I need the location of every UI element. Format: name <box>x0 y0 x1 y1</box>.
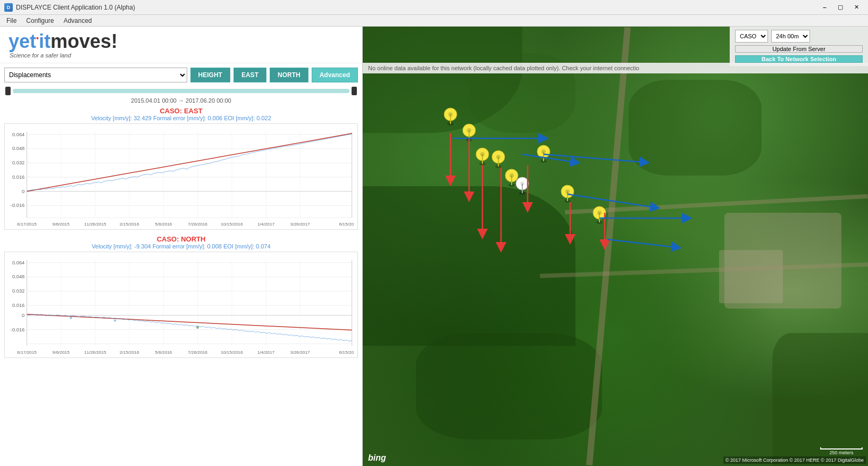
app-title: DISPLAYCE Client Application 1.0 (Alpha) <box>16 4 135 11</box>
slider-right-thumb[interactable] <box>352 87 357 95</box>
slider-left-thumb[interactable] <box>5 87 11 95</box>
svg-point-79 <box>480 152 485 156</box>
svg-text:6/15/20: 6/15/20 <box>339 222 354 227</box>
date-range: 2015.04.01 00:00 → 2017.06.20 00:00 <box>0 97 362 106</box>
svg-point-93 <box>561 185 574 198</box>
svg-point-58 <box>70 317 72 319</box>
svg-point-84 <box>537 145 550 158</box>
svg-point-78 <box>476 148 489 161</box>
svg-text:2/15/2016: 2/15/2016 <box>120 222 139 227</box>
east-button[interactable]: EAST <box>233 68 266 82</box>
svg-point-94 <box>565 189 570 194</box>
height-button[interactable]: HEIGHT <box>190 68 230 82</box>
svg-point-77 <box>479 162 486 165</box>
map-pin-6[interactable] <box>505 169 518 187</box>
svg-line-107 <box>544 154 645 162</box>
svg-text:-0.016: -0.016 <box>11 327 24 332</box>
menubar: File Configure Advanced <box>0 15 868 27</box>
svg-text:9/6/2015: 9/6/2015 <box>53 222 70 227</box>
svg-text:10/15/2016: 10/15/2016 <box>221 350 243 355</box>
east-chart-svg: 0.064 0.048 0.032 0.016 0 -0.016 6/17/20… <box>5 124 357 229</box>
svg-text:0.048: 0.048 <box>12 274 24 280</box>
logo-yet: yet <box>9 30 36 52</box>
menu-file[interactable]: File <box>2 16 21 26</box>
time-dropdown[interactable]: 24h 00m <box>771 30 810 43</box>
north-chart-section: CASO: NORTH Velocity [mm/y]: -9.304 Form… <box>0 234 362 362</box>
svg-text:0.064: 0.064 <box>12 260 24 265</box>
bing-logo: bing <box>368 453 386 463</box>
update-from-server-button[interactable]: Update From Server <box>735 45 863 53</box>
menu-advanced[interactable]: Advanced <box>59 16 96 26</box>
svg-text:7/26/2016: 7/26/2016 <box>188 222 207 227</box>
menu-configure[interactable]: Configure <box>22 16 58 26</box>
svg-text:2/15/2016: 2/15/2016 <box>120 350 139 355</box>
map-background: CASO 24h 00m Update From Server Back To … <box>363 27 868 466</box>
slider-track[interactable] <box>13 89 349 93</box>
svg-text:0.016: 0.016 <box>12 303 24 308</box>
svg-point-74 <box>466 138 472 142</box>
advanced-button[interactable]: Advanced <box>312 68 358 82</box>
app-icon: D <box>4 3 13 12</box>
svg-point-90 <box>516 177 529 190</box>
svg-text:6/15/20: 6/15/20 <box>339 350 354 355</box>
svg-text:11/26/2015: 11/26/2015 <box>84 222 106 227</box>
svg-text:0.032: 0.032 <box>12 288 24 294</box>
svg-point-60 <box>196 326 199 329</box>
svg-text:5/6/2016: 5/6/2016 <box>155 222 172 227</box>
svg-line-57 <box>27 314 352 330</box>
east-chart-title: CASO: EAST <box>4 107 358 115</box>
network-dropdown[interactable]: CASO <box>735 30 768 43</box>
map-pin-8[interactable] <box>561 185 574 203</box>
svg-text:0.032: 0.032 <box>12 160 24 165</box>
svg-line-106 <box>522 154 575 162</box>
minimize-button[interactable]: ‒ <box>817 2 832 13</box>
north-chart-title: CASO: NORTH <box>4 235 358 243</box>
svg-point-83 <box>540 160 547 163</box>
left-panel: yet•itmoves! Science for a safer land Di… <box>0 27 363 466</box>
maximize-button[interactable]: ▢ <box>833 2 848 13</box>
svg-point-87 <box>505 169 518 182</box>
map-pin-5[interactable] <box>537 145 550 163</box>
time-slider-row <box>0 85 362 97</box>
svg-text:6/17/2015: 6/17/2015 <box>17 350 37 355</box>
svg-point-92 <box>564 199 571 203</box>
map-pin-3[interactable] <box>476 148 489 165</box>
svg-point-82 <box>496 155 500 159</box>
svg-text:11/26/2015: 11/26/2015 <box>84 350 106 355</box>
close-button[interactable]: ✕ <box>849 2 864 13</box>
display-type-dropdown[interactable]: Displacements <box>4 68 187 82</box>
svg-line-23 <box>27 134 352 192</box>
north-chart-box: 0.064 0.048 0.032 0.016 0 -0.016 <box>4 252 358 358</box>
east-chart-subtitle: Velocity [mm/y]: 32.429 Formal error [mm… <box>4 115 358 121</box>
svg-point-81 <box>492 151 505 163</box>
controls-row: Displacements HEIGHT EAST NORTH Advanced <box>0 63 362 85</box>
svg-text:0: 0 <box>22 189 24 194</box>
svg-text:0.016: 0.016 <box>12 174 24 180</box>
svg-text:0.064: 0.064 <box>12 132 24 137</box>
svg-point-88 <box>510 173 514 178</box>
main-container: yet•itmoves! Science for a safer land Di… <box>0 27 868 466</box>
titlebar-left: D DISPLAYCE Client Application 1.0 (Alph… <box>4 3 135 12</box>
chart-container: CASO: EAST Velocity [mm/y]: 32.429 Forma… <box>0 106 362 466</box>
svg-text:6/17/2015: 6/17/2015 <box>17 222 37 227</box>
east-chart-box: 0.064 0.048 0.032 0.016 0 -0.016 6/17/20… <box>4 123 358 230</box>
scale-line <box>820 447 863 450</box>
svg-text:3/26/2017: 3/26/2017 <box>290 222 310 227</box>
svg-point-80 <box>495 165 502 168</box>
svg-point-76 <box>467 128 471 132</box>
logo-area: yet•itmoves! Science for a safer land <box>0 27 362 63</box>
map-panel: CASO 24h 00m Update From Server Back To … <box>363 27 868 466</box>
back-to-network-button[interactable]: Back To Network Selection <box>735 55 863 63</box>
svg-point-95 <box>596 221 603 224</box>
map-attribution: © 2017 Microsoft Corporation © 2017 HERE… <box>723 456 866 464</box>
north-button[interactable]: NORTH <box>270 68 308 82</box>
svg-text:5/6/2016: 5/6/2016 <box>155 350 172 355</box>
svg-point-91 <box>520 181 524 186</box>
map-pin-4[interactable] <box>492 151 505 168</box>
north-chart-subtitle: Velocity [mm/y]: -9.304 Formal error [mm… <box>4 243 358 249</box>
logo-it: it <box>39 30 51 52</box>
titlebar: D DISPLAYCE Client Application 1.0 (Alph… <box>0 0 868 15</box>
svg-line-110 <box>607 239 677 247</box>
titlebar-controls[interactable]: ‒ ▢ ✕ <box>817 2 864 13</box>
east-chart-section: CASO: EAST Velocity [mm/y]: 32.429 Forma… <box>0 106 362 234</box>
